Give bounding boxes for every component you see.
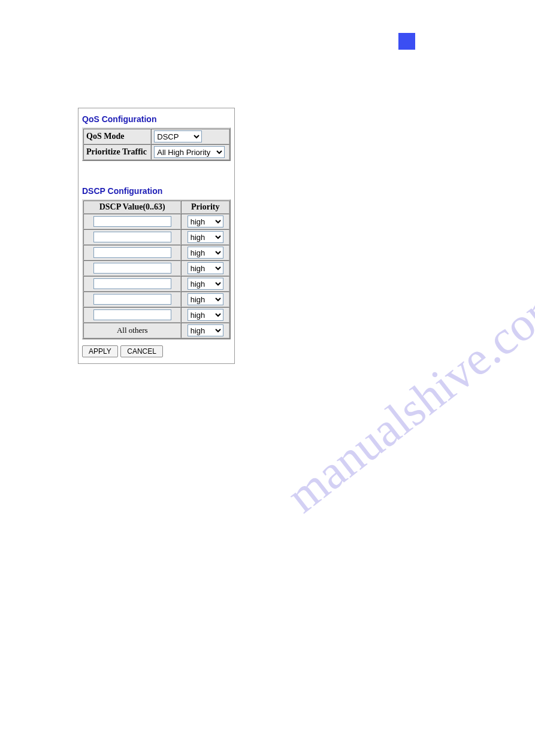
apply-button[interactable]: APPLY: [82, 345, 118, 357]
dscp-value-header: DSCP Value(0..63): [83, 201, 181, 214]
dscp-value-input[interactable]: [93, 232, 171, 242]
table-row: high: [83, 229, 229, 245]
table-row: high: [83, 214, 229, 229]
prioritize-traffic-select[interactable]: All High Priority: [154, 146, 225, 158]
watermark-text: manualshive.com: [277, 274, 535, 524]
all-others-priority-select[interactable]: high: [188, 324, 223, 336]
prioritize-traffic-cell: All High Priority: [151, 144, 229, 160]
qos-config-table: QoS Mode DSCP Prioritize Traffic All Hig…: [82, 127, 231, 161]
qos-mode-label: QoS Mode: [83, 129, 151, 144]
dscp-priority-select[interactable]: high: [188, 215, 223, 227]
dscp-priority-select[interactable]: high: [188, 278, 223, 290]
table-row: high: [83, 260, 229, 276]
cancel-button[interactable]: CANCEL: [120, 345, 163, 357]
dscp-value-input[interactable]: [93, 309, 171, 320]
prioritize-traffic-row: Prioritize Traffic All High Priority: [83, 144, 229, 160]
table-row: high: [83, 276, 229, 292]
dscp-priority-select[interactable]: high: [188, 293, 223, 305]
dscp-value-input[interactable]: [93, 216, 171, 227]
prioritize-traffic-label: Prioritize Traffic: [83, 144, 151, 160]
all-others-row: All others high: [83, 323, 229, 338]
table-row: high: [83, 307, 229, 323]
dscp-priority-header: Priority: [181, 201, 229, 214]
table-row: high: [83, 292, 229, 307]
qos-config-title: QoS Configuration: [82, 114, 231, 124]
decorative-square: [398, 33, 415, 50]
dscp-value-input[interactable]: [93, 263, 171, 274]
dscp-priority-select[interactable]: high: [188, 231, 223, 243]
qos-mode-row: QoS Mode DSCP: [83, 129, 229, 144]
dscp-value-input[interactable]: [93, 278, 171, 289]
dscp-priority-select[interactable]: high: [188, 309, 223, 321]
table-row: high: [83, 245, 229, 260]
dscp-config-title: DSCP Configuration: [82, 186, 231, 196]
dscp-priority-select[interactable]: high: [188, 262, 223, 274]
dscp-header-row: DSCP Value(0..63) Priority: [83, 201, 229, 214]
dscp-value-input[interactable]: [93, 294, 171, 305]
dscp-priority-select[interactable]: high: [188, 247, 223, 259]
dscp-config-table: DSCP Value(0..63) Priority high high hig…: [82, 199, 231, 339]
qos-mode-select[interactable]: DSCP: [154, 130, 202, 142]
dscp-value-input[interactable]: [93, 247, 171, 258]
button-row: APPLY CANCEL: [82, 345, 231, 357]
config-panel: QoS Configuration QoS Mode DSCP Prioriti…: [78, 108, 235, 364]
all-others-label: All others: [83, 323, 181, 338]
qos-mode-cell: DSCP: [151, 129, 229, 144]
